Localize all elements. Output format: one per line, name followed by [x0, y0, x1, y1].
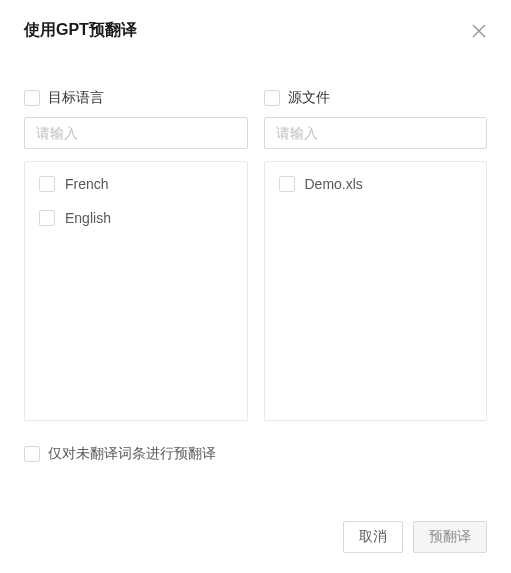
- source-file-header[interactable]: 源文件: [264, 89, 488, 107]
- list-item[interactable]: French: [39, 176, 233, 192]
- source-file-list: Demo.xls: [264, 161, 488, 421]
- cancel-button[interactable]: 取消: [343, 521, 403, 553]
- target-language-header[interactable]: 目标语言: [24, 89, 248, 107]
- target-language-input[interactable]: [24, 117, 248, 149]
- item-label: French: [65, 176, 109, 192]
- target-language-list: French English: [24, 161, 248, 421]
- untranslated-only-label: 仅对未翻译词条进行预翻译: [48, 445, 216, 463]
- dialog-title: 使用GPT预翻译: [24, 20, 137, 41]
- list-item[interactable]: Demo.xls: [279, 176, 473, 192]
- list-item[interactable]: English: [39, 210, 233, 226]
- source-file-input[interactable]: [264, 117, 488, 149]
- content-columns: 目标语言 French English 源文件: [24, 89, 487, 421]
- item-checkbox[interactable]: [39, 176, 55, 192]
- source-file-checkbox[interactable]: [264, 90, 280, 106]
- untranslated-only-checkbox[interactable]: [24, 446, 40, 462]
- target-language-column: 目标语言 French English: [24, 89, 248, 421]
- untranslated-only-option[interactable]: 仅对未翻译词条进行预翻译: [24, 445, 487, 463]
- item-checkbox[interactable]: [279, 176, 295, 192]
- source-file-label: 源文件: [288, 89, 330, 107]
- confirm-button[interactable]: 预翻译: [413, 521, 487, 553]
- dialog-header: 使用GPT预翻译: [24, 20, 487, 41]
- item-label: English: [65, 210, 111, 226]
- item-checkbox[interactable]: [39, 210, 55, 226]
- close-icon[interactable]: [471, 23, 487, 39]
- footer-buttons: 取消 预翻译: [343, 521, 487, 553]
- dialog: 使用GPT预翻译 目标语言 French English: [0, 0, 511, 483]
- item-label: Demo.xls: [305, 176, 363, 192]
- source-file-column: 源文件 Demo.xls: [264, 89, 488, 421]
- target-language-label: 目标语言: [48, 89, 104, 107]
- target-language-checkbox[interactable]: [24, 90, 40, 106]
